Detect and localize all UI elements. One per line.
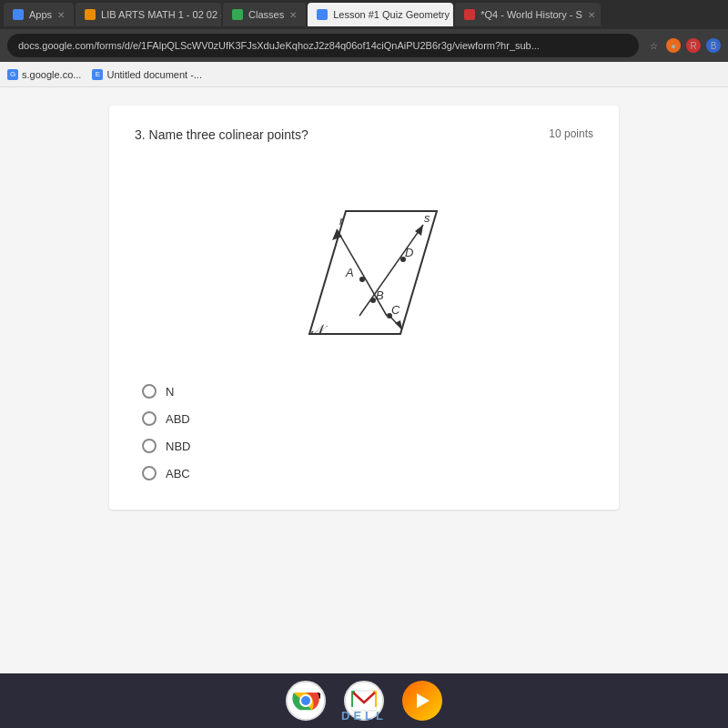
bookmarks-bar: G s.google.co... E Untitled document -..…: [0, 62, 728, 87]
orange-circle-icon: ●: [666, 38, 681, 53]
chrome-dock-icon[interactable]: [286, 681, 326, 721]
google-favicon: G: [7, 69, 18, 80]
option-abd-label: ABD: [166, 412, 190, 426]
bookmark-star-icon[interactable]: ☆: [646, 38, 661, 53]
address-bar: ☆ ● R B: [0, 29, 728, 62]
svg-line-1: [337, 229, 387, 316]
tab-lib-arts[interactable]: LIB ARTS MATH 1 - 02 02 - 010 ✕: [76, 3, 221, 26]
svg-text:A: A: [345, 266, 354, 279]
svg-text:B: B: [376, 288, 384, 302]
svg-text:D: D: [405, 246, 413, 259]
tab-lesson-quiz[interactable]: Lesson #1 Quiz Geometry Basic ✕: [308, 3, 453, 26]
question-text: 3. Name three colinear points?: [135, 127, 308, 142]
tab-world-history[interactable]: *Q4 - World History - S ✕: [455, 3, 601, 26]
geometry-diagram: r s A B C: [255, 157, 473, 366]
points-label: 10 points: [549, 127, 593, 140]
bookmark-untitled-doc[interactable]: E Untitled document -...: [92, 69, 202, 80]
address-input[interactable]: [7, 34, 639, 57]
svg-marker-14: [395, 320, 402, 329]
option-abc-label: ABC: [166, 467, 190, 480]
bottom-dock: DELL: [0, 673, 728, 728]
svg-line-4: [359, 225, 423, 316]
tab-apps[interactable]: Apps ✕: [4, 3, 74, 26]
option-abd[interactable]: ABD: [142, 411, 593, 426]
main-content: 3. Name three colinear points? 10 points…: [0, 87, 728, 673]
question-header: 3. Name three colinear points? 10 points: [135, 127, 593, 142]
tab-close-icon[interactable]: ✕: [57, 10, 65, 20]
option-n[interactable]: N: [142, 384, 593, 399]
browser-window: Apps ✕ LIB ARTS MATH 1 - 02 02 - 010 ✕ C…: [0, 0, 728, 728]
option-nbd[interactable]: NBD: [142, 439, 593, 453]
dell-brand: DELL: [341, 709, 387, 723]
blue-circle-icon: B: [706, 38, 721, 53]
answer-options: N ABD NBD ABC: [135, 384, 593, 480]
radio-nbd[interactable]: [142, 439, 157, 453]
bookmark-google[interactable]: G s.google.co...: [7, 69, 81, 80]
svg-marker-25: [417, 693, 430, 708]
radio-n[interactable]: [142, 384, 157, 399]
option-nbd-label: NBD: [166, 440, 190, 453]
svg-text:s: s: [424, 211, 430, 225]
option-abc[interactable]: ABC: [142, 466, 593, 480]
red-circle-icon: R: [686, 38, 701, 53]
tab-close-icon[interactable]: ✕: [289, 10, 297, 20]
svg-text:C: C: [391, 303, 400, 317]
tab-classes[interactable]: Classes ✕: [223, 3, 306, 26]
play-dock-icon[interactable]: [402, 681, 442, 721]
doc-favicon: E: [92, 69, 103, 80]
svg-point-7: [359, 277, 365, 282]
question-card: 3. Name three colinear points? 10 points…: [109, 106, 619, 510]
radio-abc[interactable]: [142, 466, 157, 480]
option-n-label: N: [166, 385, 174, 399]
svg-text:r: r: [339, 214, 344, 228]
tab-bar: Apps ✕ LIB ARTS MATH 1 - 02 02 - 010 ✕ C…: [0, 0, 728, 29]
radio-abd[interactable]: [142, 411, 157, 426]
diagram-container: r s A B C: [135, 157, 593, 366]
svg-point-21: [301, 696, 310, 705]
tab-close-icon[interactable]: ✕: [588, 10, 595, 20]
